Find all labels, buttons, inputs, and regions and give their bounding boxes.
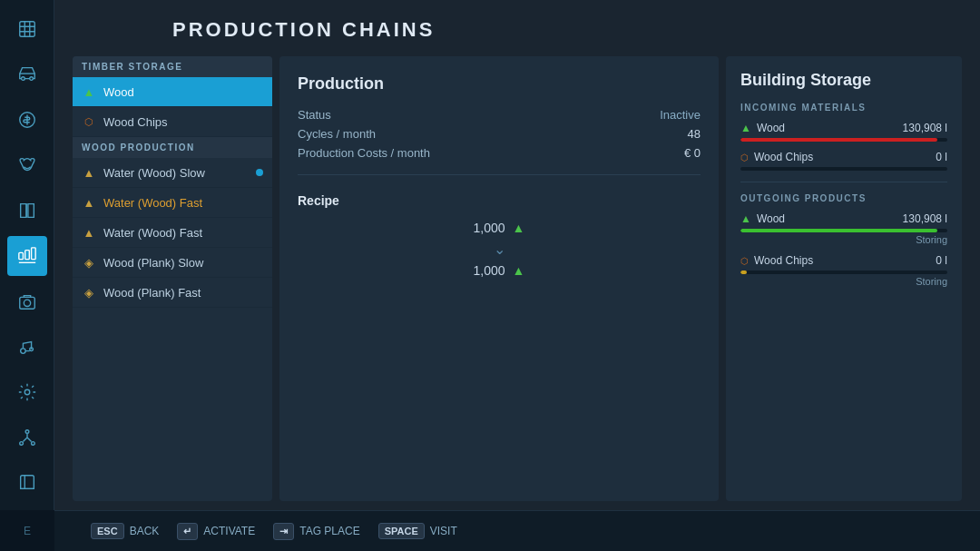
incoming-woodchips-value: 0 l xyxy=(936,151,947,163)
chain-item-water-wood-fast-2[interactable]: ▲ Water (Wood) Fast xyxy=(73,218,272,248)
sidebar-item-books[interactable] xyxy=(7,191,47,231)
incoming-wood-header: ▲ Wood 130,908 l xyxy=(740,122,947,134)
chain-item-wpslow-label: Wood (Plank) Slow xyxy=(103,256,203,270)
stat-row-status: Status Inactive xyxy=(298,108,701,122)
stat-row-costs: Production Costs / month € 0 xyxy=(298,146,701,160)
chips-orange-icon: ⬡ xyxy=(82,114,96,129)
sidebar-item-finance[interactable] xyxy=(7,100,47,140)
bottom-bar: E ESC BACK ↵ ACTIVATE ⇥ TAG PLACE SPACE … xyxy=(0,510,980,551)
production-panel: Production Status Inactive Cycles / mont… xyxy=(279,56,719,501)
recipe-output-row: 1,000 ▲ xyxy=(298,263,701,278)
production-stats: Status Inactive Cycles / month 48 Produc… xyxy=(298,108,701,175)
svg-point-14 xyxy=(31,442,34,446)
incoming-woodchips-bar xyxy=(740,167,947,171)
sidebar-item-animals[interactable] xyxy=(7,145,47,185)
outgoing-wood-header: ▲ Wood 130,908 l xyxy=(740,212,947,225)
tree-amber-icon-2: ▲ xyxy=(82,195,96,210)
stat-label-status: Status xyxy=(298,108,331,122)
chain-item-woodchips[interactable]: ⬡ Wood Chips xyxy=(73,107,272,137)
svg-rect-5 xyxy=(24,251,29,260)
keybinding-visit: SPACE VISIT xyxy=(378,523,457,539)
outgoing-wood-bar xyxy=(740,229,947,232)
sidebar-item-production[interactable] xyxy=(7,236,47,276)
svg-rect-7 xyxy=(19,297,34,309)
svg-point-12 xyxy=(25,430,29,434)
chains-panel: TIMBER STORAGE ▲ Wood ⬡ Wood Chips WOOD … xyxy=(73,56,272,501)
recipe-tree-icon-output: ▲ xyxy=(513,263,525,278)
stat-label-costs: Production Costs / month xyxy=(298,146,430,160)
sidebar-item-vehicle[interactable] xyxy=(7,54,47,94)
chain-item-water-wood-slow[interactable]: ▲ Water (Wood) Slow xyxy=(73,158,272,188)
tag-label: TAG PLACE xyxy=(299,525,359,537)
keybinding-esc: ESC BACK xyxy=(91,523,159,539)
incoming-woodchips-name: ⬡ Wood Chips xyxy=(740,151,813,163)
sidebar-item-library[interactable] xyxy=(7,463,47,503)
outgoing-woodchips-header: ⬡ Wood Chips 0 l xyxy=(740,254,947,267)
outgoing-woodchips-value: 0 l xyxy=(936,254,947,267)
keybinding-activate: ↵ ACTIVATE xyxy=(177,523,255,540)
outgoing-wood-label: Wood xyxy=(757,212,785,225)
svg-rect-0 xyxy=(19,22,34,37)
sidebar-item-settings[interactable] xyxy=(7,372,47,412)
activate-key[interactable]: ↵ xyxy=(177,523,198,540)
activate-label: ACTIVATE xyxy=(203,525,255,537)
incoming-wood-tree-icon: ▲ xyxy=(740,122,751,134)
incoming-wood-name: ▲ Wood xyxy=(740,122,785,134)
chain-item-wood-label: Wood xyxy=(103,85,134,99)
outgoing-wood-sub: Storing xyxy=(740,234,947,245)
tag-key[interactable]: ⇥ xyxy=(273,523,294,540)
sidebar-item-camera[interactable] xyxy=(7,281,47,321)
tree-green-icon: ▲ xyxy=(82,84,96,99)
outgoing-woodchips-bar-fill xyxy=(740,271,747,274)
svg-rect-6 xyxy=(31,248,35,260)
storage-panel: Building Storage INCOMING MATERIALS ▲ Wo… xyxy=(726,56,962,501)
building-storage-title: Building Storage xyxy=(740,71,947,90)
storage-divider xyxy=(740,182,947,182)
incoming-woodchips-label: Wood Chips xyxy=(754,151,813,163)
stat-value-cycles: 48 xyxy=(688,127,701,141)
chain-item-water-wood-fast-1[interactable]: ▲ Water (Wood) Fast xyxy=(73,188,272,218)
plank-icon-1: ◈ xyxy=(82,255,96,270)
outgoing-woodchips-sub: Storing xyxy=(740,276,947,287)
dot-indicator xyxy=(256,169,263,176)
incoming-wood-item: ▲ Wood 130,908 l xyxy=(740,122,947,142)
sidebar-item-map[interactable] xyxy=(7,9,47,49)
corner-icon: E xyxy=(0,510,54,551)
plank-icon-2: ◈ xyxy=(82,285,96,300)
stat-label-cycles: Cycles / month xyxy=(298,127,376,141)
chain-item-wood-plank-slow[interactable]: ◈ Wood (Plank) Slow xyxy=(73,248,272,278)
outgoing-woodchips-label: Wood Chips xyxy=(754,254,813,267)
sidebar xyxy=(0,0,54,551)
incoming-wood-bar-fill xyxy=(740,138,937,142)
incoming-woodchips-icon: ⬡ xyxy=(740,153,749,162)
outgoing-wood-item: ▲ Wood 130,908 l Storing xyxy=(740,212,947,245)
chain-item-wwfast1-label: Water (Wood) Fast xyxy=(103,196,202,210)
svg-point-9 xyxy=(20,349,25,354)
chain-section-wood-production: WOOD PRODUCTION xyxy=(73,137,272,158)
tree-amber-icon-1: ▲ xyxy=(82,165,96,180)
svg-point-11 xyxy=(24,389,30,395)
main-content: PRODUCTION CHAINS TIMBER STORAGE ▲ Wood … xyxy=(54,0,980,551)
stat-value-status: Inactive xyxy=(660,108,701,122)
esc-label: BACK xyxy=(130,525,160,537)
sidebar-item-tractor[interactable] xyxy=(7,327,47,367)
visit-key[interactable]: SPACE xyxy=(378,523,425,539)
chain-item-wood[interactable]: ▲ Wood xyxy=(73,77,272,107)
recipe-label: Recipe xyxy=(298,193,701,208)
chain-section-timber: TIMBER STORAGE xyxy=(73,56,272,77)
page-title: PRODUCTION CHAINS xyxy=(172,18,962,42)
chain-item-wood-plank-fast[interactable]: ◈ Wood (Plank) Fast xyxy=(73,278,272,308)
esc-key[interactable]: ESC xyxy=(91,523,124,539)
outgoing-woodchips-bar xyxy=(740,271,947,274)
chevron-down-icon: ⌄ xyxy=(494,241,505,258)
corner-label: E xyxy=(24,525,31,537)
svg-point-1 xyxy=(21,77,24,81)
recipe-input-row: 1,000 ▲ xyxy=(298,221,701,235)
outgoing-woodchips-icon: ⬡ xyxy=(740,256,749,266)
sidebar-item-network[interactable] xyxy=(7,418,47,458)
incoming-wood-bar xyxy=(740,138,947,142)
outgoing-section-title: OUTGOING PRODUCTS xyxy=(740,193,947,203)
chain-item-wwfast2-label: Water (Wood) Fast xyxy=(103,226,202,240)
recipe-tree-icon-input: ▲ xyxy=(513,221,525,235)
outgoing-wood-bar-fill xyxy=(740,229,937,232)
